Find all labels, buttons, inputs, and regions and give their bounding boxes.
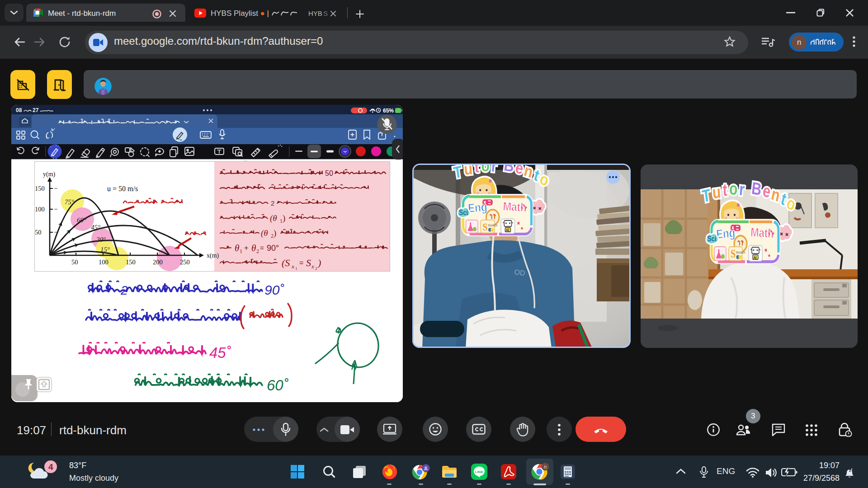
- svg-text:u = 50 m/s: u = 50 m/s: [107, 185, 138, 192]
- svg-text:50: 50: [325, 169, 333, 177]
- svg-text:75°: 75°: [65, 198, 74, 206]
- svg-text:LINE: LINE: [475, 470, 484, 474]
- svg-text:S: S: [306, 257, 311, 268]
- svg-text:250: 250: [180, 258, 190, 266]
- svg-text:50: 50: [35, 229, 42, 236]
- svg-text:45°: 45°: [91, 224, 100, 231]
- svg-text:θ: θ: [251, 243, 256, 253]
- svg-text:30°: 30°: [96, 236, 106, 243]
- svg-text:100: 100: [99, 258, 108, 266]
- svg-text:): ): [317, 257, 321, 268]
- svg-text:1: 1: [240, 248, 242, 254]
- svg-text:50: 50: [71, 258, 78, 266]
- svg-text:x: x: [311, 263, 314, 270]
- svg-text:S: S: [323, 10, 328, 17]
- svg-text:(S: (S: [282, 257, 290, 268]
- svg-text:27: 27: [33, 107, 39, 113]
- svg-text:): ): [283, 213, 285, 223]
- svg-text:=: =: [299, 259, 303, 267]
- svg-text:2: 2: [256, 248, 259, 254]
- svg-text:y(m): y(m): [43, 171, 56, 178]
- svg-text:4: 4: [48, 462, 53, 472]
- svg-text:15°: 15°: [100, 246, 110, 253]
- svg-text:n: n: [544, 464, 547, 469]
- svg-text:2: 2: [315, 266, 317, 271]
- svg-text:=: =: [260, 244, 264, 252]
- svg-text:100: 100: [35, 206, 45, 213]
- svg-text:60˚: 60˚: [267, 377, 289, 394]
- svg-text:90˚: 90˚: [264, 282, 284, 297]
- svg-text:2: 2: [271, 199, 274, 207]
- svg-text:90°: 90°: [267, 244, 279, 253]
- svg-text:65%: 65%: [383, 108, 394, 114]
- svg-text:θ: θ: [235, 243, 239, 253]
- svg-text:): ): [274, 228, 276, 238]
- svg-text:+: +: [244, 244, 248, 252]
- svg-text:150: 150: [35, 185, 45, 192]
- svg-text:1: 1: [295, 266, 297, 271]
- svg-text:45˚: 45˚: [209, 344, 231, 361]
- svg-text:150: 150: [126, 258, 136, 266]
- svg-text:60°: 60°: [77, 216, 86, 224]
- svg-text:z: z: [851, 468, 853, 471]
- svg-text:2: 2: [120, 283, 128, 297]
- svg-text:(θ: (θ: [270, 213, 277, 223]
- svg-text:(θ: (θ: [261, 228, 268, 238]
- svg-text:200: 200: [153, 258, 163, 266]
- svg-text:HYB: HYB: [308, 10, 322, 17]
- svg-text:08: 08: [16, 107, 22, 113]
- svg-text:x: x: [291, 263, 294, 270]
- svg-text:OD: OD: [514, 268, 526, 277]
- svg-text:x(m): x(m): [207, 252, 219, 259]
